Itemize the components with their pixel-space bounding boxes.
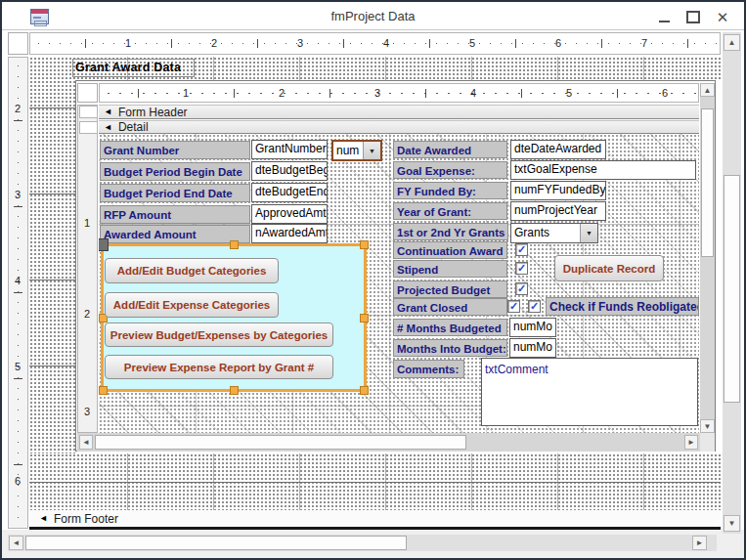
reobligated-label[interactable]: Check if Funds Reobligated — [546, 297, 699, 316]
year-grants-combobox[interactable]: Grants ▼ — [510, 223, 598, 243]
textbox-grant-number[interactable]: GrantNumber — [251, 140, 328, 159]
field-label[interactable]: Date Awarded — [393, 141, 507, 158]
ruler-number: 4 — [15, 276, 21, 286]
add-edit-expense-categories-button[interactable]: Add/Edit Expense Categories — [105, 292, 279, 318]
combobox-value: num — [333, 142, 363, 159]
scroll-left-button[interactable]: ◄ — [79, 435, 93, 450]
textbox-rfp-amount[interactable]: ApprovedAmt — [251, 204, 328, 224]
scroll-down-button[interactable]: ▼ — [724, 515, 740, 532]
ruler-number: 6 — [555, 38, 561, 49]
resize-handle[interactable] — [99, 386, 108, 395]
field-label[interactable]: Stipend — [393, 260, 507, 278]
scroll-right-button[interactable]: ► — [692, 536, 707, 550]
form-header-section-bar[interactable]: ◄ Form Header — [99, 105, 699, 119]
field-label[interactable]: Goal Expense: — [393, 161, 507, 179]
textbox-comments[interactable]: txtComment — [481, 358, 698, 426]
preview-budget-expenses-button[interactable]: Preview Budget/Expenses by Categories — [105, 323, 333, 347]
outer-horizontal-scrollbar[interactable]: ◄ ► — [8, 535, 717, 551]
section-selector-box[interactable] — [79, 121, 98, 134]
field-label[interactable]: Budget Period Begin Date — [100, 162, 250, 181]
scroll-left-icon: ◄ — [13, 538, 21, 547]
move-handle[interactable] — [99, 238, 109, 251]
subform-title-label[interactable]: Grant Award Data — [72, 59, 195, 77]
preview-expense-report-button[interactable]: Preview Expense Report by Grant # — [105, 355, 333, 379]
field-label[interactable]: Grant Number — [100, 141, 250, 159]
resize-handle[interactable] — [360, 386, 369, 395]
detail-section-bar[interactable]: ◄ Detail — [99, 120, 699, 134]
subform-vertical-scrollbar[interactable]: ▲ ▼ — [700, 83, 715, 433]
duplicate-record-button[interactable]: Duplicate Record — [554, 255, 664, 281]
checkbox-continuation-award[interactable]: ✓ — [515, 243, 528, 256]
ruler-number: 3 — [84, 407, 90, 417]
ruler-number: 3 — [374, 88, 380, 99]
dropdown-button[interactable]: ▼ — [580, 224, 597, 242]
title-bar[interactable]: fmProject Data ✕ — [2, 2, 744, 30]
chevron-down-icon: ▼ — [369, 148, 375, 154]
field-label[interactable]: Budget Period End Date — [100, 184, 250, 202]
ruler-number: 2 — [279, 88, 285, 99]
field-label[interactable]: Continuation Award — [393, 241, 507, 259]
textbox-months-into-budget[interactable]: numMo — [509, 338, 556, 358]
ruler-number: 5 — [566, 88, 572, 99]
resize-handle[interactable] — [230, 386, 239, 395]
scrollbar-corner — [700, 433, 715, 452]
chevron-down-icon: ▼ — [586, 230, 592, 237]
outer-vertical-scrollbar[interactable]: ▲ ▼ — [723, 32, 741, 534]
scroll-down-button[interactable]: ▼ — [700, 419, 715, 433]
textbox-awarded-amount[interactable]: nAwardedAmt — [251, 224, 328, 243]
field-label[interactable]: Grant Closed — [393, 298, 507, 316]
field-label[interactable]: Comments: — [393, 360, 464, 378]
field-label[interactable]: Months Into Budget: — [393, 339, 507, 357]
field-label[interactable]: FY Funded By: — [393, 182, 507, 199]
field-label[interactable]: Awarded Amount — [100, 225, 250, 243]
window-title: fmProject Data — [2, 9, 744, 23]
subform-horizontal-scrollbar[interactable]: ◄ ► — [77, 433, 700, 452]
field-label[interactable]: # Months Budgeted — [393, 319, 507, 336]
field-label[interactable]: RFP Amount — [100, 205, 250, 224]
textbox-months-budgeted[interactable]: numMo — [509, 318, 556, 337]
textbox-budget-end-date[interactable]: dteBudgetEnd — [251, 183, 328, 202]
scroll-up-icon: ▲ — [728, 38, 736, 47]
field-label[interactable]: Year of Grant: — [393, 202, 507, 220]
textbox-fy-funded-by[interactable]: numFYFundedBy — [510, 181, 606, 200]
subform-design-window: 1 2 3 4 5 6 1 2 3 ◄ Form Header ◄ Detail — [75, 80, 716, 452]
maximize-button[interactable] — [682, 9, 704, 25]
ruler-number: 5 — [469, 38, 475, 49]
field-label[interactable]: 1st or 2nd Yr Grants — [393, 223, 508, 240]
scroll-up-button[interactable]: ▲ — [724, 34, 740, 51]
close-button[interactable]: ✕ — [712, 9, 733, 25]
subform-horizontal-ruler: 1 2 3 4 5 6 — [99, 83, 699, 103]
textbox-date-awarded[interactable]: dteDateAwarded — [510, 140, 606, 159]
checkbox-funds-reobligated[interactable]: ✓ — [528, 300, 541, 313]
maximize-icon — [686, 11, 700, 23]
vertical-scroll-thumb[interactable] — [724, 175, 740, 403]
add-edit-budget-categories-button[interactable]: Add/Edit Budget Categories — [105, 258, 279, 283]
outer-horizontal-ruler: 1 2 3 4 5 6 7 — [29, 32, 721, 55]
vertical-scroll-thumb[interactable] — [701, 108, 714, 257]
checkbox-stipend[interactable]: ✓ — [515, 262, 528, 275]
resize-handle[interactable] — [230, 240, 239, 249]
textbox-goal-expense[interactable]: txtGoalExpense — [510, 160, 696, 180]
textbox-budget-begin-date[interactable]: dteBudgetBeg — [251, 161, 328, 181]
scroll-right-button[interactable]: ► — [684, 435, 698, 450]
textbox-project-year[interactable]: numProjectYear — [510, 201, 606, 221]
section-selector-box[interactable] — [79, 106, 98, 118]
checkbox-projected-budget[interactable]: ✓ — [515, 282, 528, 295]
check-icon: ✓ — [517, 263, 526, 274]
dropdown-button[interactable]: ▼ — [363, 142, 380, 159]
ruler-number: 4 — [470, 88, 476, 99]
grant-number-combobox[interactable]: num ▼ — [331, 140, 382, 161]
combobox-value: Grants — [511, 224, 580, 242]
scroll-left-button[interactable]: ◄ — [9, 536, 23, 550]
horizontal-scroll-thumb[interactable] — [25, 536, 407, 550]
resize-handle[interactable] — [360, 314, 369, 323]
field-label[interactable]: Projected Budget — [393, 280, 507, 298]
minimize-button[interactable] — [653, 9, 675, 25]
form-footer-section-bar[interactable]: ◄ Form Footer — [29, 510, 721, 530]
horizontal-scroll-thumb[interactable] — [95, 435, 466, 450]
scroll-down-icon: ▼ — [728, 519, 736, 528]
resize-handle[interactable] — [360, 240, 369, 249]
subform-ruler-corner-box — [77, 83, 98, 103]
scroll-up-button[interactable]: ▲ — [700, 83, 715, 97]
checkbox-grant-closed[interactable]: ✓ — [507, 300, 520, 313]
